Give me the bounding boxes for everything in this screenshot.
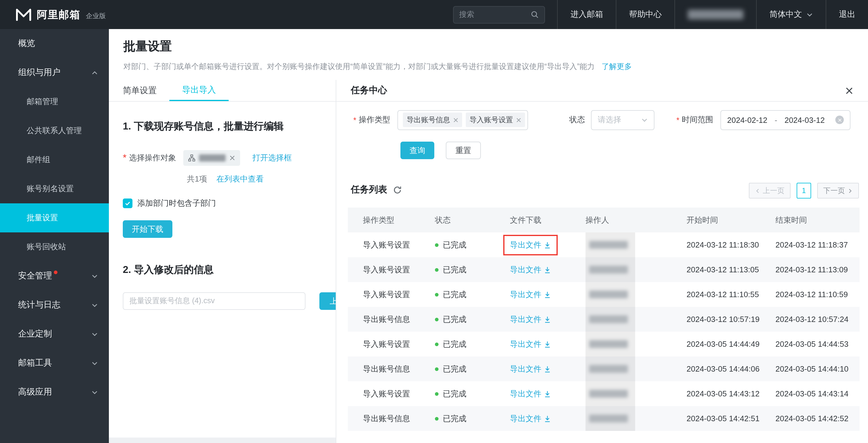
close-icon[interactable]: [845, 86, 854, 95]
checkbox-checked-icon[interactable]: [123, 199, 132, 208]
tab-export-import[interactable]: 导出导入: [169, 80, 229, 101]
task-start-time: 2024-03-05 14:42:51: [686, 406, 775, 431]
export-file-link[interactable]: 导出文件: [503, 383, 558, 404]
clear-date-icon[interactable]: [835, 116, 844, 124]
chevron-down-icon: [91, 389, 98, 395]
tab-label: 简单设置: [123, 85, 157, 96]
query-button[interactable]: 查询: [400, 142, 434, 159]
remove-tag-icon[interactable]: [453, 117, 459, 123]
prev-page-button[interactable]: 上一页: [749, 183, 790, 199]
notification-dot: [54, 270, 58, 274]
sidebar-group-enterprise-custom[interactable]: 企业定制: [0, 320, 109, 349]
status-select[interactable]: 请选择: [591, 110, 654, 130]
step1-title: 1. 下载现存账号信息，批量进行编辑: [123, 120, 284, 133]
remove-tag-icon[interactable]: [516, 117, 521, 123]
operator-cell: [586, 307, 686, 332]
task-status-label: 已完成: [443, 289, 466, 300]
status-dot-icon: [435, 367, 438, 371]
date-range-picker[interactable]: 2024-02-12 - 2024-03-12: [720, 110, 850, 130]
next-page-button[interactable]: 下一页: [817, 183, 859, 199]
sidebar-item-public-contacts[interactable]: 公共联系人管理: [0, 116, 109, 145]
sidebar-group-advanced-apps[interactable]: 高级应用: [0, 378, 109, 407]
export-file-link[interactable]: 导出文件: [503, 309, 558, 329]
file-download-cell: 导出文件: [510, 406, 586, 431]
current-page-button[interactable]: 1: [797, 183, 811, 199]
status-label: 状态: [569, 114, 585, 125]
sidebar-item-label: 概览: [18, 38, 35, 49]
reset-button[interactable]: 重置: [446, 142, 481, 159]
task-start-time: 2024-03-05 14:44:49: [686, 332, 775, 356]
tab-simple-settings[interactable]: 简单设置: [110, 80, 169, 101]
enter-mailbox-link[interactable]: 进入邮箱: [557, 0, 616, 29]
status-dot-icon: [435, 268, 438, 271]
export-file-label: 导出文件: [510, 239, 541, 250]
open-selector-link[interactable]: 打开选择框: [252, 152, 291, 164]
selected-target-chip[interactable]: [183, 150, 240, 166]
filter-tag-label: 导出账号信息: [406, 115, 450, 125]
chevron-down-icon: [91, 360, 98, 366]
batch-settings-panel: 简单设置 导出导入 1. 下载现存账号信息，批量进行编辑 * 选择操作对象 打开…: [109, 80, 336, 438]
date-separator: -: [775, 115, 777, 124]
sidebar-group-stats-logs[interactable]: 统计与日志: [0, 291, 109, 320]
upload-button[interactable]: 上传: [319, 292, 336, 310]
task-status-label: 已完成: [443, 264, 466, 275]
selection-count-row: 共1项 在列表中查看: [187, 174, 264, 185]
operator-cell: [586, 257, 686, 282]
sidebar-item-mailbox-management[interactable]: 邮箱管理: [0, 87, 109, 116]
download-icon: [544, 241, 551, 248]
sidebar-group-org-users[interactable]: 组织与用户: [0, 58, 109, 87]
status-dot-icon: [435, 293, 438, 296]
sidebar-item-alias-settings[interactable]: 账号别名设置: [0, 174, 109, 203]
task-list-header: 任务列表: [351, 184, 402, 196]
file-name-input[interactable]: [123, 292, 306, 310]
brand: 阿里邮箱 企业版: [0, 7, 106, 22]
task-type: 导入账号设置: [363, 232, 435, 257]
export-file-link[interactable]: 导出文件: [503, 259, 558, 280]
export-file-link[interactable]: 导出文件: [503, 359, 558, 379]
sidebar-item-mail-groups[interactable]: 邮件组: [0, 145, 109, 174]
filter-tag[interactable]: 导出账号信息: [403, 113, 462, 127]
sidebar-item-overview[interactable]: 概览: [0, 29, 109, 58]
operator-blurred: [589, 266, 628, 273]
sidebar-item-batch-settings[interactable]: 批量设置: [0, 203, 109, 232]
sidebar-item-label: 组织与用户: [18, 67, 61, 78]
select-target-label: 选择操作对象: [129, 152, 176, 164]
table-row: 导入账号设置 已完成 导出文件 2024-03-12 11:13:05 2024…: [348, 257, 860, 282]
main-content: 批量设置 对部门、子部门或单个邮箱账号进行设置。对个别账号操作建议使用“简单设置…: [109, 29, 868, 443]
task-status-label: 已完成: [443, 388, 466, 399]
topbar-search[interactable]: [453, 6, 545, 23]
task-start-time: 2024-03-12 11:18:30: [686, 232, 775, 257]
sidebar-group-security[interactable]: 安全管理: [0, 261, 109, 291]
language-selector[interactable]: 简体中文: [756, 0, 826, 29]
table-row: 导入账号设置 已完成 导出文件 2024-03-05 14:43:12 2024…: [348, 381, 860, 406]
export-file-link[interactable]: 导出文件: [503, 284, 558, 305]
export-file-link[interactable]: 导出文件: [503, 334, 558, 354]
search-input[interactable]: [459, 10, 530, 19]
remove-target-icon[interactable]: [229, 155, 235, 161]
operation-type-multiselect[interactable]: 导出账号信息 导入账号设置: [397, 110, 528, 130]
export-file-link[interactable]: 导出文件: [503, 408, 558, 429]
operator-blurred: [589, 291, 628, 298]
task-status: 已完成: [435, 406, 510, 431]
sidebar-item-account-recycle[interactable]: 账号回收站: [0, 232, 109, 261]
sidebar-group-mail-tools[interactable]: 邮箱工具: [0, 349, 109, 378]
export-file-label: 导出文件: [510, 413, 541, 424]
view-in-list-link[interactable]: 在列表中查看: [217, 174, 264, 183]
operator-blurred: [589, 390, 628, 397]
page-subtitle-text: 对部门、子部门或单个邮箱账号进行设置。对个别账号操作建议使用“简单设置”能力，对…: [123, 62, 595, 71]
filter-tag[interactable]: 导入账号设置: [466, 113, 525, 127]
export-file-link[interactable]: 导出文件: [503, 235, 558, 255]
refresh-icon[interactable]: [393, 185, 402, 194]
column-header: 文件下载: [510, 208, 586, 232]
logout-button[interactable]: 退出: [826, 0, 868, 29]
operator-cell: [586, 406, 686, 431]
export-file-label: 导出文件: [510, 338, 541, 350]
help-center-link[interactable]: 帮助中心: [616, 0, 675, 29]
topbar: 阿里邮箱 企业版 进入邮箱 帮助中心 简体中文 退出: [0, 0, 868, 29]
include-subdept-checkbox-row[interactable]: 添加部门时包含子部门: [123, 198, 216, 209]
task-end-time: 2024-03-05 14:42:52: [775, 406, 860, 431]
file-download-cell: 导出文件: [510, 307, 586, 332]
start-download-button[interactable]: 开始下载: [123, 220, 173, 238]
user-account-menu[interactable]: [675, 0, 756, 29]
learn-more-link[interactable]: 了解更多: [601, 62, 632, 71]
